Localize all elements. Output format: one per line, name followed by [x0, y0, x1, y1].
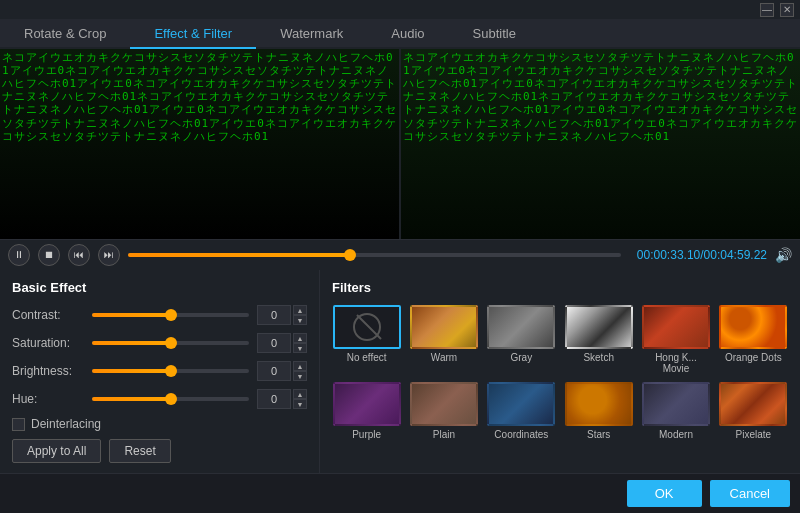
progress-thumb[interactable]: [344, 249, 356, 261]
saturation-value: 0: [257, 333, 291, 353]
filter-modern[interactable]: Modern: [641, 382, 710, 440]
deinterlace-checkbox[interactable]: [12, 418, 25, 431]
filter-label-stars: Stars: [587, 429, 610, 440]
tab-rotate-crop[interactable]: Rotate & Crop: [0, 20, 130, 49]
tab-effect-filter[interactable]: Effect & Filter: [130, 20, 256, 49]
ok-button[interactable]: OK: [627, 480, 702, 507]
saturation-up[interactable]: ▲: [293, 333, 307, 343]
footer-buttons: OK Cancel: [0, 473, 800, 513]
minimize-button[interactable]: —: [760, 3, 774, 17]
brightness-label: Brightness:: [12, 364, 84, 378]
deinterlace-row: Deinterlacing: [12, 417, 307, 431]
output-video-panel: ネコアイウエオカキクケコサシスセソタチツテトナニヌネノハヒフヘホ01アイウエ0ネ…: [399, 49, 800, 239]
brightness-row: Brightness: 0 ▲ ▼: [12, 361, 307, 381]
brightness-down[interactable]: ▼: [293, 371, 307, 381]
contrast-down[interactable]: ▼: [293, 315, 307, 325]
filter-label-purple: Purple: [352, 429, 381, 440]
brightness-slider[interactable]: [92, 369, 249, 373]
filter-label-orangedots: Orange Dots: [725, 352, 782, 363]
filter-stars[interactable]: Stars: [564, 382, 633, 440]
progress-bar[interactable]: [128, 253, 621, 257]
filter-label-pixelate: Pixelate: [736, 429, 772, 440]
contrast-up[interactable]: ▲: [293, 305, 307, 315]
filter-thumb-coord: [487, 382, 555, 426]
filter-label-hongk: Hong K... Movie: [641, 352, 710, 374]
stop-button[interactable]: ⏹: [38, 244, 60, 266]
filter-no-effect[interactable]: No effect: [332, 305, 401, 374]
no-effect-icon: [353, 313, 381, 341]
contrast-row: Contrast: 0 ▲ ▼: [12, 305, 307, 325]
filter-thumb-stars: [565, 382, 633, 426]
hue-down[interactable]: ▼: [293, 399, 307, 409]
tab-audio[interactable]: Audio: [367, 20, 448, 49]
filter-thumb-pixelate: [719, 382, 787, 426]
tab-watermark[interactable]: Watermark: [256, 20, 367, 49]
filter-pixelate[interactable]: Pixelate: [719, 382, 788, 440]
time-display: 00:00:33.10/00:04:59.22: [637, 248, 767, 262]
matrix-text-left: ネコアイウエオカキクケコサシスセソタチツテトナニヌネノハヒフヘホ01アイウエ0ネ…: [0, 49, 399, 239]
filter-thumb-purple: [333, 382, 401, 426]
contrast-value: 0: [257, 305, 291, 325]
basic-effect-title: Basic Effect: [12, 280, 307, 295]
video-area: Original: 720x480 👁 Title 1.mp4 Output: …: [0, 49, 800, 239]
close-button[interactable]: ✕: [780, 3, 794, 17]
filter-thumb-plain: [410, 382, 478, 426]
filter-thumb-modern: [642, 382, 710, 426]
filter-label-coord: Coordinates: [494, 429, 548, 440]
reset-button[interactable]: Reset: [109, 439, 170, 463]
apply-all-button[interactable]: Apply to All: [12, 439, 101, 463]
filters-title: Filters: [332, 280, 788, 295]
filter-gray[interactable]: Gray: [487, 305, 556, 374]
contrast-slider[interactable]: [92, 313, 249, 317]
saturation-row: Saturation: 0 ▲ ▼: [12, 333, 307, 353]
filters-grid: No effect Warm Gray Ske: [332, 305, 788, 440]
filter-thumb-orangedots: [719, 305, 787, 349]
filter-label-modern: Modern: [659, 429, 693, 440]
filter-thumb-gray: [487, 305, 555, 349]
tab-bar: Rotate & Crop Effect & Filter Watermark …: [0, 19, 800, 49]
tab-subtitle[interactable]: Subtitle: [449, 20, 540, 49]
filter-label-gray: Gray: [510, 352, 532, 363]
filter-sketch[interactable]: Sketch: [564, 305, 633, 374]
filter-thumb-warm: [410, 305, 478, 349]
filter-purple[interactable]: Purple: [332, 382, 401, 440]
progress-fill: [128, 253, 350, 257]
hue-value: 0: [257, 389, 291, 409]
contrast-label: Contrast:: [12, 308, 84, 322]
filter-thumb-sketch: [565, 305, 633, 349]
saturation-slider[interactable]: [92, 341, 249, 345]
filter-thumb-no-effect: [333, 305, 401, 349]
prev-button[interactable]: ⏮: [68, 244, 90, 266]
cancel-button[interactable]: Cancel: [710, 480, 790, 507]
filter-warm[interactable]: Warm: [409, 305, 478, 374]
filter-hongk-movie[interactable]: Hong K... Movie: [641, 305, 710, 374]
hue-slider[interactable]: [92, 397, 249, 401]
filter-label-plain: Plain: [433, 429, 455, 440]
hue-row: Hue: 0 ▲ ▼: [12, 389, 307, 409]
filters-panel: Filters No effect Warm: [320, 270, 800, 473]
action-buttons: Apply to All Reset: [12, 439, 307, 463]
controls-bar: ⏸ ⏹ ⏮ ⏭ 00:00:33.10/00:04:59.22 🔊: [0, 239, 800, 270]
pause-button[interactable]: ⏸: [8, 244, 30, 266]
saturation-down[interactable]: ▼: [293, 343, 307, 353]
filter-plain[interactable]: Plain: [409, 382, 478, 440]
next-button[interactable]: ⏭: [98, 244, 120, 266]
filter-thumb-hongk: [642, 305, 710, 349]
brightness-value: 0: [257, 361, 291, 381]
hue-label: Hue:: [12, 392, 84, 406]
bottom-panel: Basic Effect Contrast: 0 ▲ ▼: [0, 270, 800, 473]
original-video-panel: ネコアイウエオカキクケコサシスセソタチツテトナニヌネノハヒフヘホ01アイウエ0ネ…: [0, 49, 399, 239]
filter-orange-dots[interactable]: Orange Dots: [719, 305, 788, 374]
title-bar: — ✕: [0, 0, 800, 19]
hue-up[interactable]: ▲: [293, 389, 307, 399]
matrix-text-right: ネコアイウエオカキクケコサシスセソタチツテトナニヌネノハヒフヘホ01アイウエ0ネ…: [401, 49, 800, 239]
saturation-label: Saturation:: [12, 336, 84, 350]
volume-icon[interactable]: 🔊: [775, 247, 792, 263]
filter-label-sketch: Sketch: [583, 352, 614, 363]
deinterlace-label: Deinterlacing: [31, 417, 103, 431]
filter-label-warm: Warm: [431, 352, 457, 363]
filter-label-no-effect: No effect: [347, 352, 387, 363]
filter-coordinates[interactable]: Coordinates: [487, 382, 556, 440]
brightness-up[interactable]: ▲: [293, 361, 307, 371]
basic-effect-panel: Basic Effect Contrast: 0 ▲ ▼: [0, 270, 320, 473]
